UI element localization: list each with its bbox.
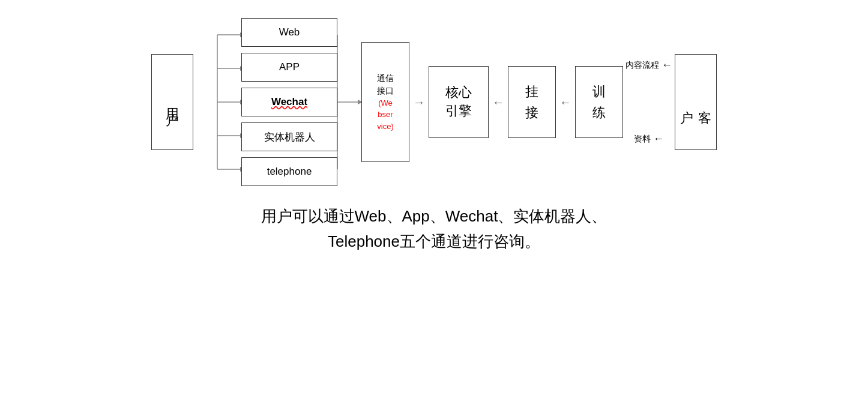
label-bottom-area: 资料 ← <box>634 133 664 145</box>
user-box: 用户 <box>151 54 193 150</box>
diagram-area: 用户 Web <box>0 0 868 186</box>
description-line1: 用户可以通过Web、App、Wechat、实体机器人、 <box>261 204 607 229</box>
channel-robot: 实体机器人 <box>241 122 337 151</box>
channel-app: APP <box>241 53 337 82</box>
train-label: 训 练 <box>592 81 606 123</box>
channel-telephone-label: telephone <box>267 166 312 178</box>
description-line2: Telephone五个通道进行咨询。 <box>261 229 607 255</box>
diagram-wrapper: 用户 Web <box>151 18 717 186</box>
channel-to-comm-svg <box>337 18 361 186</box>
label-area: 内容流程 ← 资料 ← <box>625 54 672 150</box>
channel-web: Web <box>241 18 337 47</box>
channel-wechat: Wechat <box>241 88 337 116</box>
arrow-bottom: ← <box>653 133 664 145</box>
label-top-area: 内容流程 ← <box>625 59 672 71</box>
channel-group: Web APP Wechat 实体机器人 telephone <box>241 18 337 186</box>
arrow-core-to-guajie: ← <box>492 95 504 109</box>
arrow-comm-to-core: → <box>413 95 425 109</box>
core-box: 核心 引擎 <box>429 66 489 138</box>
arrow-guajie-to-train: ← <box>559 95 571 109</box>
channel-robot-label: 实体机器人 <box>264 130 315 144</box>
arrow-top: ← <box>662 59 672 71</box>
comm-label: 通信 接口 (We bser vice) <box>377 72 394 133</box>
guajie-label: 挂 接 <box>525 81 538 123</box>
user-label: 用户 <box>163 97 181 107</box>
label-bottom: 资料 <box>634 134 651 145</box>
channel-telephone: telephone <box>241 157 337 186</box>
core-label: 核心 引擎 <box>445 83 472 121</box>
train-box: 训 练 <box>575 66 623 138</box>
channel-wechat-label: Wechat <box>271 96 307 108</box>
guajie-box: 挂 接 <box>508 66 556 138</box>
description: 用户可以通过Web、App、Wechat、实体机器人、 Telephone五个通… <box>261 204 607 254</box>
channel-app-label: APP <box>279 61 300 73</box>
channel-web-label: Web <box>279 26 300 38</box>
bracket-svg <box>193 18 241 186</box>
client-label: 客 户 <box>678 100 714 104</box>
label-top: 内容流程 <box>625 60 659 71</box>
comm-box: 通信 接口 (We bser vice) <box>361 42 409 162</box>
client-box: 客 户 <box>675 54 717 150</box>
